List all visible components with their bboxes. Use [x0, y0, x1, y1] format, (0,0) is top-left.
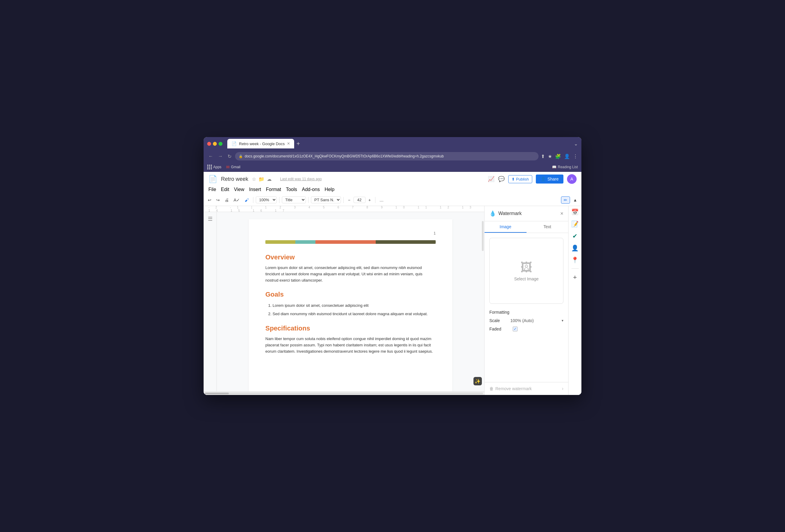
far-right-bar: 📅 📝 ✔ 👤 📍 + — [568, 206, 581, 395]
zoom-select[interactable]: 100% — [256, 197, 277, 203]
back-button[interactable]: ← — [207, 152, 214, 160]
last-edit[interactable]: Last edit was 11 days ago — [280, 177, 322, 181]
menu-view[interactable]: View — [234, 186, 244, 193]
doc-area-wrapper: -2 -1 | 1 2 3 4 5 6 7 8 9 10 11 12 13 14… — [204, 206, 484, 395]
watermark-header: 💧 Watermark × — [485, 206, 568, 221]
reload-button[interactable]: ↻ — [226, 152, 233, 160]
collapse-toolbar[interactable]: ▲ — [571, 197, 579, 204]
tab-close-button[interactable]: × — [287, 141, 290, 146]
close-button[interactable] — [207, 142, 211, 146]
font-size-increase[interactable]: + — [367, 197, 373, 204]
extension-icon[interactable]: 🧩 — [555, 154, 561, 159]
doc-scroll[interactable]: 1 Overview Lorem ipsum dolor sit amet, c… — [217, 212, 484, 391]
paint-format-button[interactable]: 🖌 — [243, 197, 251, 204]
toolbar-divider-4 — [343, 197, 344, 203]
cast-icon[interactable]: ⬆ — [541, 154, 545, 159]
folder-icon[interactable]: 📁 — [258, 176, 264, 182]
highlight-toggle[interactable]: ✏ — [561, 197, 570, 204]
undo-button[interactable]: ↩ — [206, 197, 213, 204]
menu-icon[interactable]: ⋮ — [573, 154, 578, 159]
expand-button[interactable]: › — [562, 386, 563, 391]
reading-list-icon: 📖 — [552, 165, 557, 169]
tab-image[interactable]: Image — [485, 221, 527, 233]
print-button[interactable]: 🖨 — [223, 197, 231, 204]
menu-help[interactable]: Help — [324, 186, 334, 193]
url-bar[interactable]: 🔒 docs.google.com/document/d/1xG1zOE4X_H… — [235, 152, 538, 160]
lock-icon: 🔒 — [239, 154, 243, 158]
star-icon[interactable]: ★ — [548, 154, 552, 159]
active-tab[interactable]: 📄 Retro week - Google Docs × — [227, 139, 294, 148]
new-tab-button[interactable]: + — [297, 141, 300, 147]
faded-label: Faded — [489, 327, 510, 331]
gmail-bookmark[interactable]: ✉ Gmail — [226, 164, 240, 170]
menu-insert[interactable]: Insert — [249, 186, 261, 193]
maximize-button[interactable] — [219, 142, 223, 146]
progress-segment-4 — [376, 240, 436, 244]
share-icon: 👤 — [541, 177, 546, 181]
star-doc-icon[interactable]: ☆ — [252, 176, 256, 182]
goals-heading: Goals — [265, 290, 436, 298]
more-options-button[interactable]: ... — [378, 196, 385, 204]
remove-watermark-button[interactable]: 🗑 Remove watermark — [489, 386, 532, 391]
font-size-decrease[interactable]: − — [346, 197, 352, 204]
overview-heading: Overview — [265, 253, 436, 261]
faded-checkbox[interactable]: ✓ — [513, 327, 517, 331]
watermark-tabs: Image Text — [485, 221, 568, 233]
minimize-button[interactable] — [213, 142, 217, 146]
menu-tools[interactable]: Tools — [286, 186, 297, 193]
url-text: docs.google.com/document/d/1xG1zOE4X_HgQ… — [245, 154, 444, 158]
spellcheck-button[interactable]: A✓ — [232, 197, 242, 204]
font-size-input[interactable] — [354, 197, 365, 203]
add-extension-button[interactable]: + — [573, 274, 577, 281]
scroll-thumb[interactable] — [205, 392, 229, 394]
doc-tab-icon: 📄 — [231, 141, 236, 146]
doc-page: 1 Overview Lorem ipsum dolor sit amet, c… — [249, 219, 453, 391]
trash-icon: 🗑 — [489, 386, 493, 391]
bottom-scrollbar[interactable] — [204, 391, 484, 395]
tab-text[interactable]: Text — [527, 221, 568, 233]
goals-item-2: Sed diam nonummy nibh euismod tincidunt … — [273, 310, 436, 317]
image-upload-area[interactable]: 🖼 Select Image — [489, 238, 563, 304]
apps-bookmark[interactable]: Apps — [207, 164, 221, 170]
cloud-icon[interactable]: ☁ — [267, 176, 272, 182]
calendar-icon[interactable]: 📅 — [571, 208, 579, 216]
check-icon: ✓ — [514, 327, 517, 331]
progress-segment-3 — [315, 240, 375, 244]
style-select[interactable]: Title — [282, 197, 306, 203]
notes-icon[interactable]: 📝 — [571, 221, 579, 228]
vertical-scrollbar[interactable] — [482, 221, 484, 251]
user-avatar[interactable]: A — [567, 174, 577, 184]
upload-label: Select Image — [514, 277, 539, 281]
scale-dropdown[interactable]: ▾ — [562, 319, 563, 323]
fab-button[interactable]: ✨ — [474, 377, 482, 385]
comments-icon[interactable]: 💬 — [498, 176, 505, 182]
menu-addons[interactable]: Add-ons — [302, 186, 320, 193]
outline-icon[interactable]: ☰ — [208, 216, 212, 222]
trending-icon[interactable]: 📈 — [488, 176, 495, 182]
font-select[interactable]: PT Sans N... — [311, 197, 341, 203]
forward-button[interactable]: → — [217, 152, 224, 160]
contacts-icon[interactable]: 👤 — [571, 245, 579, 252]
reading-list-label: Reading List — [558, 165, 578, 169]
profile-icon[interactable]: 👤 — [564, 154, 570, 159]
menu-edit[interactable]: Edit — [221, 186, 229, 193]
left-sidebar: ☰ — [204, 212, 217, 391]
redo-button[interactable]: ↪ — [214, 197, 222, 204]
maps-icon[interactable]: 📍 — [571, 256, 579, 263]
menu-format[interactable]: Format — [266, 186, 281, 193]
doc-title-actions: ☆ 📁 ☁ — [252, 176, 272, 182]
reading-list[interactable]: 📖 Reading List — [552, 165, 578, 169]
watermark-close-button[interactable]: × — [560, 210, 563, 217]
tasks-icon[interactable]: ✔ — [573, 232, 578, 239]
specifications-text: Nam liber tempor cum soluta nobis eleife… — [265, 336, 436, 354]
window-chevron[interactable]: ⌄ — [574, 141, 578, 147]
publish-button[interactable]: ⬆ Publish — [508, 175, 532, 183]
menu-file[interactable]: File — [208, 186, 216, 193]
main-area: -2 -1 | 1 2 3 4 5 6 7 8 9 10 11 12 13 14… — [204, 206, 581, 395]
share-button[interactable]: 👤 Share — [536, 175, 563, 183]
doc-title[interactable]: Retro week — [221, 176, 248, 182]
toolbar-right: ✏ ▲ — [561, 197, 579, 204]
ruler: -2 -1 | 1 2 3 4 5 6 7 8 9 10 11 12 13 14… — [204, 206, 484, 212]
overview-text: Lorem ipsum dolor sit amet, consectetuer… — [265, 265, 436, 283]
traffic-lights — [207, 142, 223, 146]
